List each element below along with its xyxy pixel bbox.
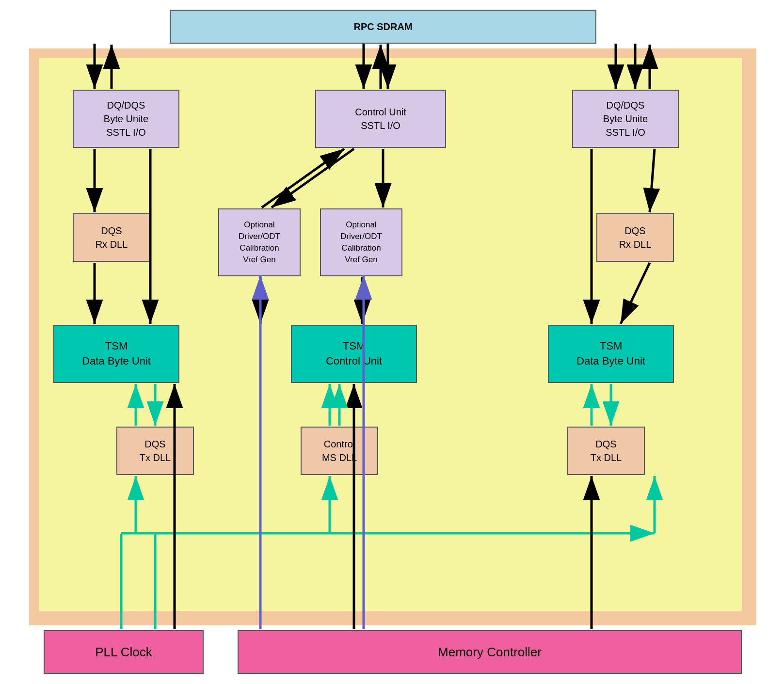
dqs-rx-dll-left-label: DQSRx DLL [96,224,128,251]
dqs-tx-dll-right-block: DQSTx DLL [567,427,645,475]
dqs-rx-dll-right-label: DQSRx DLL [619,224,652,251]
dq-dqs-right-block: DQ/DQSByte UniteSSTL I/O [572,90,679,148]
tsm-left-label: TSMData Byte Unit [82,339,151,369]
dq-dqs-left-label: DQ/DQSByte UniteSSTL I/O [104,98,148,139]
tsm-center-block: TSMControl Unit [291,325,417,383]
pll-clock-block: PLL Clock [44,630,204,674]
tsm-right-label: TSMData Byte Unit [576,339,645,369]
pll-clock-label: PLL Clock [95,643,152,661]
tsm-center-label: TSMControl Unit [326,339,382,369]
control-ms-dll-block: ControlMS DLL [301,427,378,475]
control-unit-label: Control UnitSSTL I/O [355,105,406,132]
dq-dqs-left-block: DQ/DQSByte UniteSSTL I/O [73,90,179,148]
control-unit-block: Control UnitSSTL I/O [315,90,446,148]
dqs-tx-dll-left-block: DQSTx DLL [116,427,194,475]
optional-right-block: OptionalDriver/ODTCalibrationVref Gen [320,208,402,276]
dq-dqs-right-label: DQ/DQSByte UniteSSTL I/O [603,98,648,139]
optional-left-block: OptionalDriver/ODTCalibrationVref Gen [218,208,301,276]
memory-controller-label: Memory Controller [438,643,542,661]
diagram-container: RPC SDRAM DQ/DQSByte UniteSSTL I/O Contr… [0,0,784,684]
dqs-tx-dll-left-label: DQSTx DLL [140,437,171,464]
rpc-sdram-block: RPC SDRAM [170,10,596,44]
tsm-left-block: TSMData Byte Unit [53,325,179,383]
dqs-tx-dll-right-label: DQSTx DLL [591,437,622,464]
optional-left-label: OptionalDriver/ODTCalibrationVref Gen [239,219,280,265]
optional-right-label: OptionalDriver/ODTCalibrationVref Gen [340,219,382,265]
dqs-rx-dll-right-block: DQSRx DLL [596,213,674,262]
rpc-sdram-label: RPC SDRAM [353,20,412,33]
dqs-rx-dll-left-block: DQSRx DLL [73,213,150,262]
control-ms-dll-label: ControlMS DLL [322,437,357,464]
tsm-right-block: TSMData Byte Unit [548,325,674,383]
memory-controller-block: Memory Controller [238,630,742,674]
